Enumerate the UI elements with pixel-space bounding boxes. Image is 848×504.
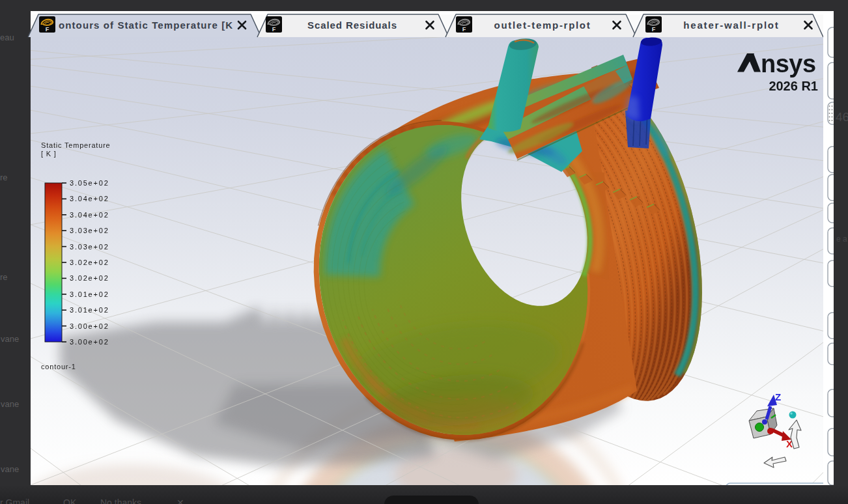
svg-text:3.00e+02: 3.00e+02 — [70, 322, 109, 330]
svg-text:ontours of Static Temperature: ontours of Static Temperature [K — [59, 20, 233, 31]
svg-text:F: F — [46, 26, 49, 33]
svg-text:vane: vane — [1, 399, 19, 409]
svg-text:3.02e+02: 3.02e+02 — [70, 274, 109, 282]
svg-text:3.00e+02: 3.00e+02 — [70, 338, 109, 346]
svg-text:vane: vane — [1, 464, 19, 474]
svg-text:3.04e+02: 3.04e+02 — [70, 211, 109, 219]
svg-text:Static Temperature: Static Temperature — [41, 141, 111, 149]
svg-text:3.01e+02: 3.01e+02 — [70, 306, 109, 314]
svg-text:vane: vane — [1, 334, 19, 344]
svg-text:Z: Z — [775, 391, 781, 402]
svg-text:3.04e+02: 3.04e+02 — [70, 195, 109, 203]
svg-text:eau: eau — [0, 33, 14, 42]
svg-text:r Gmail: r Gmail — [0, 497, 29, 504]
svg-text:OK: OK — [63, 497, 77, 504]
svg-text:No thanks: No thanks — [100, 497, 141, 504]
svg-text:re: re — [0, 173, 8, 182]
svg-text:e a: e a — [836, 234, 847, 244]
svg-text:re: re — [0, 272, 8, 282]
svg-text:3.03e+02: 3.03e+02 — [70, 227, 109, 234]
svg-text:outlet-temp-rplot: outlet-temp-rplot — [494, 20, 591, 31]
svg-text:✕: ✕ — [177, 497, 184, 504]
svg-text:3.02e+02: 3.02e+02 — [70, 259, 109, 266]
svg-text:F: F — [272, 26, 276, 33]
svg-text:[ K ]: [ K ] — [41, 150, 57, 158]
svg-text:heater-wall-rplot: heater-wall-rplot — [683, 20, 779, 31]
svg-text:nsys: nsys — [761, 50, 816, 77]
svg-text:contour-1: contour-1 — [41, 363, 76, 371]
svg-text:Scaled Residuals: Scaled Residuals — [307, 20, 397, 31]
svg-text:2026 R1: 2026 R1 — [769, 79, 818, 93]
svg-text:468: 468 — [836, 110, 848, 124]
svg-text:3.05e+02: 3.05e+02 — [70, 179, 109, 187]
svg-text:3.01e+02: 3.01e+02 — [70, 290, 109, 298]
svg-text:F: F — [652, 26, 656, 33]
svg-text:F: F — [462, 26, 466, 33]
svg-text:3.03e+02: 3.03e+02 — [70, 243, 109, 251]
